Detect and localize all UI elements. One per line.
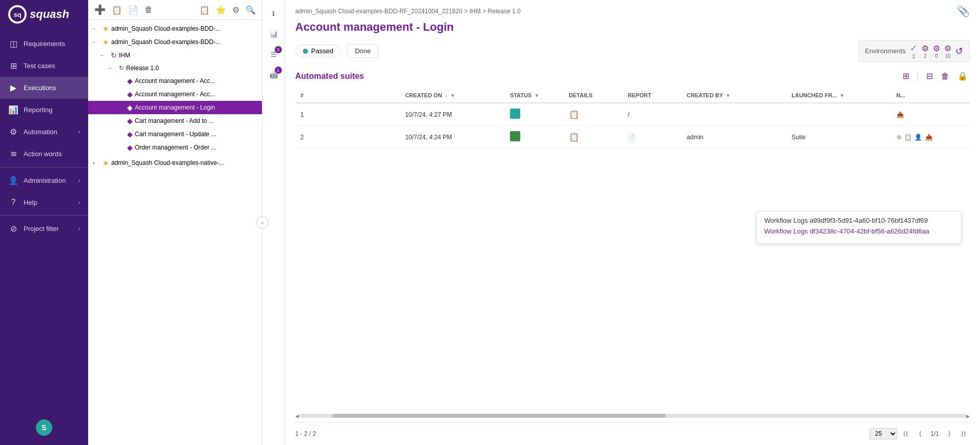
status-filter-icon[interactable]: ▼ [534, 93, 539, 98]
collapse-tree-button[interactable]: ‹ [256, 217, 269, 229]
sidebar-item-action-words[interactable]: ≋ Action words [0, 143, 88, 165]
info-icon: ℹ [272, 10, 275, 17]
scroll-left-btn[interactable]: ◂ [295, 412, 299, 420]
divider [917, 71, 918, 81]
info-panel-button[interactable]: ℹ [264, 4, 283, 23]
env-refresh-icon[interactable]: ↺ [955, 46, 963, 57]
cell-report-2[interactable]: 📄 [623, 126, 682, 149]
workflow-link[interactable]: Workflow Logs df34238c-4704-42bf-bf56-a6… [764, 227, 929, 235]
per-page-select[interactable]: 25 50 100 [869, 428, 897, 439]
expand-ihm[interactable]: − [100, 53, 109, 58]
cell-created-2: 10/7/24, 4:24 PM [400, 126, 504, 149]
env-check-icon[interactable]: ✓ 2 [910, 43, 917, 59]
tree-item-cart2[interactable]: − ◆ Cart management - Update ... [88, 128, 262, 141]
col-header-status[interactable]: STATUS ▼ [505, 88, 564, 103]
expand-release1[interactable]: − [109, 66, 117, 71]
sidebar-item-test-cases[interactable]: ⊞ Test cases [0, 55, 88, 77]
sidebar-item-reporting[interactable]: 📊 Reporting [0, 99, 88, 121]
list-badge: 3 [275, 46, 282, 53]
help-icon: ? [8, 198, 18, 207]
sort-icon[interactable]: ↓ [445, 93, 447, 98]
sidebar-item-automation[interactable]: ⚙ Automation › [0, 121, 88, 143]
sidebar-item-administration[interactable]: 👤 Administration › [0, 169, 88, 192]
env-gear2-icon[interactable]: ⚙ 0 [933, 44, 940, 59]
tree-item-ihm[interactable]: − ↻ IHM [88, 49, 262, 62]
admin-arrow: › [78, 178, 80, 183]
action-save-2[interactable]: 📋 [904, 134, 912, 141]
action-user-2[interactable]: 👤 [914, 134, 922, 141]
sidebar-item-requirements[interactable]: ◫ Requirements [0, 33, 88, 55]
done-button[interactable]: Done [347, 44, 378, 58]
cell-details-2[interactable]: 📋 [564, 126, 623, 149]
executions-icon: ▶ [8, 83, 18, 93]
trash-icon[interactable]: 🗑 [939, 70, 951, 83]
env-gear3-icon[interactable]: ⚙ 10 [944, 44, 951, 59]
cell-details-1[interactable]: 📋 [564, 103, 623, 126]
export-icon[interactable]: 📋 [199, 5, 210, 15]
col-header-created-on[interactable]: CREATED ON ↓▼ [400, 88, 504, 103]
action-stop-2[interactable]: ⊗ [896, 134, 902, 141]
table-row: 1 10/7/24, 4:27 PM 📋 / 📤 [295, 103, 970, 126]
scrollbar-thumb[interactable] [332, 414, 666, 418]
tree-label-native: admin_Squash Cloud-examples-native-... [111, 159, 258, 166]
tree-item-acct-login[interactable]: − ◆ Account management - Login [88, 101, 262, 114]
status-badge[interactable]: Passed [295, 45, 341, 57]
delete-icon[interactable]: 🗑 [145, 5, 153, 14]
first-page-btn[interactable]: ⟨⟨ [900, 428, 912, 440]
document-icon[interactable]: 📄 [128, 5, 138, 15]
search-icon[interactable]: 🔍 [246, 5, 256, 15]
col-header-created-by[interactable]: CREATED BY ▼ [682, 88, 786, 103]
col-header-report: REPORT [623, 88, 682, 103]
launched-filter-icon[interactable]: ▼ [840, 93, 845, 98]
logo-area: sq squash [0, 0, 88, 29]
list-panel-button[interactable]: ☰ 3 [264, 45, 283, 63]
tree-label-ihm: IHM [119, 52, 258, 59]
columns-icon[interactable]: ⊞ [901, 69, 911, 83]
actionwords-icon: ≋ [8, 149, 18, 159]
diamond-icon-cart1: ◆ [127, 117, 133, 125]
action-export-2[interactable]: 📤 [925, 134, 933, 141]
details-icon-1[interactable]: 📋 [569, 110, 579, 119]
robot-panel-button[interactable]: 🤖 1 [264, 66, 283, 84]
tree-item-release1[interactable]: − ↻ Release 1.0 [88, 62, 262, 74]
automated-suites-table: # CREATED ON ↓▼ STATUS ▼ DETAILS REPORT … [295, 88, 970, 149]
stats-icon: 📊 [270, 30, 278, 38]
user-avatar[interactable]: S [36, 419, 52, 436]
col-header-launched[interactable]: LAUNCHED FR... ▼ [786, 88, 891, 103]
sidebar-item-project-filter[interactable]: ⊘ Project filter › [0, 218, 88, 240]
expand-2[interactable]: − [92, 39, 100, 45]
last-page-btn[interactable]: ⟩⟩ [957, 428, 970, 440]
sidebar-item-executions[interactable]: ▶ Executions [0, 77, 88, 99]
scroll-right-btn[interactable]: ▸ [966, 412, 970, 420]
prev-page-btn[interactable]: ⟨ [914, 428, 926, 440]
sidebar-item-help[interactable]: ? Help › [0, 192, 88, 213]
expand-1[interactable]: − [92, 26, 100, 32]
tree-item-acct2[interactable]: − ◆ Account management - Acc... [88, 88, 262, 101]
action-export-1[interactable]: 📤 [896, 111, 904, 118]
tree-item-2[interactable]: − ★ admin_Squash Cloud-examples-BDD-... [88, 35, 262, 49]
favorite-icon[interactable]: ⭐ [216, 5, 226, 15]
lock-icon[interactable]: 🔒 [955, 69, 970, 83]
add-icon[interactable]: ➕ [94, 4, 106, 15]
settings-icon[interactable]: ⚙ [232, 5, 239, 15]
attachment-icon[interactable]: 📎 [957, 5, 970, 17]
horizontal-scrollbar[interactable]: ◂ ▸ [295, 410, 970, 422]
expand-order1: − [117, 145, 125, 151]
filter-icon[interactable]: ⊟ [924, 69, 935, 83]
diamond-icon-order1: ◆ [127, 143, 133, 152]
stats-panel-button[interactable]: 📊 [264, 25, 283, 43]
expand-native[interactable]: + [92, 160, 100, 166]
env-gear1-icon[interactable]: ⚙ 2 [922, 44, 929, 59]
tree-item-acct1[interactable]: − ◆ Account management - Acc... [88, 74, 262, 88]
tree-item-cart1[interactable]: − ◆ Cart management - Add to ... [88, 114, 262, 128]
next-page-btn[interactable]: ⟩ [943, 428, 955, 440]
report-icon-2[interactable]: 📄 [628, 134, 636, 141]
tree-item-1[interactable]: − ★ admin_Squash Cloud-examples-BDD-... [88, 22, 262, 35]
createdby-filter-icon[interactable]: ▼ [726, 93, 731, 98]
tree-item-order1[interactable]: − ◆ Order management - Order ... [88, 141, 262, 154]
copy-icon[interactable]: 📋 [112, 5, 122, 15]
tree-item-native[interactable]: + ★ admin_Squash Cloud-examples-native-.… [88, 156, 262, 169]
details-icon-2[interactable]: 📋 [569, 133, 579, 141]
scrollbar-track[interactable] [299, 414, 966, 418]
filter-icon[interactable]: ▼ [450, 93, 455, 98]
